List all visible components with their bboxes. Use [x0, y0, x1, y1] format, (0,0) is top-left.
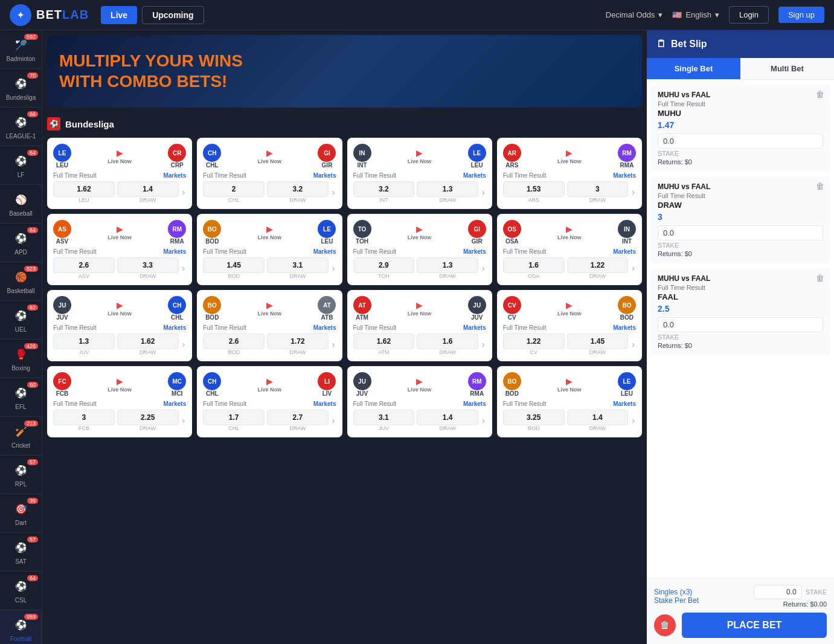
- odd2-btn-8[interactable]: 1.62: [117, 333, 179, 349]
- markets-link-5[interactable]: Markets: [313, 248, 336, 255]
- sidebar-item-bundesliga[interactable]: 70 ⚽ Bundesliga: [0, 69, 42, 108]
- sidebar-item-sat[interactable]: 57 ⚽ SAT: [0, 533, 42, 572]
- odd1-btn-0[interactable]: 1.62: [53, 181, 115, 197]
- more-arrow-13[interactable]: ›: [331, 416, 336, 425]
- sidebar-item-csl[interactable]: 64 ⚽ CSL: [0, 572, 42, 610]
- odd2-btn-15[interactable]: 1.4: [567, 410, 629, 425]
- clear-bets-button[interactable]: 🗑: [654, 614, 676, 636]
- odd2-btn-13[interactable]: 2.7: [267, 410, 329, 425]
- multi-bet-tab[interactable]: Multi Bet: [740, 58, 834, 79]
- match-type-6: Full Time Result: [353, 248, 397, 255]
- stake-input-0[interactable]: [658, 134, 823, 149]
- sidebar-item-badminton[interactable]: 592 🏸 Badminton: [0, 30, 42, 69]
- markets-link-2[interactable]: Markets: [463, 172, 486, 179]
- odd1-btn-1[interactable]: 2: [203, 181, 265, 197]
- summary-stake-input[interactable]: [754, 585, 802, 599]
- odd2-btn-4[interactable]: 3.3: [117, 257, 179, 273]
- markets-link-0[interactable]: Markets: [163, 172, 186, 179]
- sidebar-item-boxing[interactable]: 426 🥊 Boxing: [0, 340, 42, 378]
- markets-link-6[interactable]: Markets: [463, 248, 486, 255]
- odd1-btn-2[interactable]: 3.2: [353, 181, 415, 197]
- markets-link-1[interactable]: Markets: [313, 172, 336, 179]
- markets-link-3[interactable]: Markets: [613, 172, 636, 179]
- markets-link-8[interactable]: Markets: [163, 324, 186, 331]
- odd2-btn-7[interactable]: 1.22: [567, 257, 629, 273]
- signup-button[interactable]: Sign up: [778, 7, 824, 23]
- odd1-btn-5[interactable]: 1.45: [203, 257, 265, 273]
- odd2-btn-1[interactable]: 3.2: [267, 181, 329, 197]
- sidebar-item-baseball[interactable]: ⚾ Baseball: [0, 185, 42, 224]
- odd1-btn-9[interactable]: 2.6: [203, 333, 265, 349]
- delete-bet-1[interactable]: 🗑: [816, 181, 824, 191]
- place-bet-button[interactable]: PLACE BET: [682, 613, 827, 638]
- odd1-btn-7[interactable]: 1.6: [503, 257, 565, 273]
- more-arrow-6[interactable]: ›: [481, 263, 486, 273]
- single-bet-tab[interactable]: Single Bet: [647, 58, 740, 79]
- more-arrow-0[interactable]: ›: [181, 187, 187, 197]
- sidebar-item-efl[interactable]: 60 ⚽ EFL: [0, 378, 42, 417]
- login-button[interactable]: Login: [729, 6, 769, 24]
- sidebar-item-rpl[interactable]: 57 ⚽ RPL: [0, 456, 42, 494]
- sidebar-item-dart[interactable]: 39 🎯 Dart: [0, 494, 42, 533]
- more-arrow-4[interactable]: ›: [181, 263, 187, 273]
- markets-link-4[interactable]: Markets: [163, 248, 186, 255]
- more-arrow-15[interactable]: ›: [630, 416, 636, 425]
- odd1-btn-6[interactable]: 2.9: [353, 257, 415, 273]
- odd1-btn-13[interactable]: 1.7: [203, 410, 265, 425]
- sidebar-item-lf[interactable]: 64 ⚽ LF: [0, 146, 42, 185]
- sidebar-item-football[interactable]: 959 ⚽ Football: [0, 610, 42, 644]
- more-arrow-9[interactable]: ›: [331, 340, 336, 349]
- more-arrow-8[interactable]: ›: [181, 340, 187, 349]
- odd1-btn-15[interactable]: 3.25: [503, 410, 565, 425]
- odd2-btn-0[interactable]: 1.4: [117, 181, 179, 197]
- sidebar-item-league1[interactable]: 66 ⚽ LEAGUE-1: [0, 108, 42, 146]
- odd2-btn-11[interactable]: 1.45: [567, 333, 629, 349]
- sidebar-item-cricket[interactable]: 213 🏏 Cricket: [0, 417, 42, 456]
- markets-link-7[interactable]: Markets: [613, 248, 636, 255]
- odd2-btn-5[interactable]: 3.1: [267, 257, 329, 273]
- more-arrow-12[interactable]: ›: [181, 416, 187, 425]
- odd2-btn-3[interactable]: 3: [567, 181, 629, 197]
- more-arrow-14[interactable]: ›: [481, 416, 486, 425]
- markets-link-12[interactable]: Markets: [163, 401, 186, 407]
- odd1-btn-3[interactable]: 1.53: [503, 181, 565, 197]
- odd2-btn-10[interactable]: 1.6: [417, 333, 478, 349]
- more-arrow-10[interactable]: ›: [481, 340, 486, 349]
- sidebar-item-uel[interactable]: 62 ⚽ UEL: [0, 301, 42, 340]
- stake-input-2[interactable]: [658, 317, 823, 332]
- odd1-btn-10[interactable]: 1.62: [353, 333, 415, 349]
- markets-link-14[interactable]: Markets: [463, 401, 486, 407]
- odd1-btn-8[interactable]: 1.3: [53, 333, 115, 349]
- language-selector[interactable]: 🇺🇸 English ▾: [672, 10, 719, 19]
- odd2-btn-14[interactable]: 1.4: [417, 410, 478, 425]
- odd1-btn-14[interactable]: 3.1: [353, 410, 415, 425]
- more-arrow-3[interactable]: ›: [630, 187, 636, 197]
- odds-selector[interactable]: Decimal Odds ▾: [606, 10, 663, 19]
- odd1-btn-11[interactable]: 1.22: [503, 333, 565, 349]
- odd1-btn-4[interactable]: 2.6: [53, 257, 115, 273]
- markets-link-15[interactable]: Markets: [613, 401, 636, 407]
- live-button[interactable]: Live: [101, 6, 137, 24]
- delete-bet-2[interactable]: 🗑: [816, 273, 824, 283]
- more-arrow-11[interactable]: ›: [630, 340, 636, 349]
- stake-per-bet-link[interactable]: Stake Per Bet: [654, 596, 699, 605]
- sidebar-item-apd[interactable]: 64 ⚽ APD: [0, 224, 42, 262]
- markets-link-13[interactable]: Markets: [313, 401, 336, 407]
- delete-bet-0[interactable]: 🗑: [816, 89, 824, 99]
- odd2-btn-6[interactable]: 1.3: [417, 257, 478, 273]
- odd2-btn-9[interactable]: 1.72: [267, 333, 329, 349]
- odd2-btn-12[interactable]: 2.25: [117, 410, 179, 425]
- markets-link-11[interactable]: Markets: [613, 324, 636, 331]
- markets-link-9[interactable]: Markets: [313, 324, 336, 331]
- markets-link-10[interactable]: Markets: [463, 324, 486, 331]
- sidebar-item-basketball[interactable]: 823 🏀 Basketball: [0, 262, 42, 301]
- returns-text-2: Returns: $0: [658, 342, 823, 349]
- more-arrow-2[interactable]: ›: [481, 187, 486, 197]
- more-arrow-5[interactable]: ›: [331, 263, 336, 273]
- stake-input-1[interactable]: [658, 225, 823, 240]
- more-arrow-1[interactable]: ›: [331, 187, 336, 197]
- odd2-btn-2[interactable]: 1.3: [417, 181, 478, 197]
- upcoming-button[interactable]: Upcoming: [142, 6, 204, 24]
- odd1-btn-12[interactable]: 3: [53, 410, 115, 425]
- more-arrow-7[interactable]: ›: [630, 263, 636, 273]
